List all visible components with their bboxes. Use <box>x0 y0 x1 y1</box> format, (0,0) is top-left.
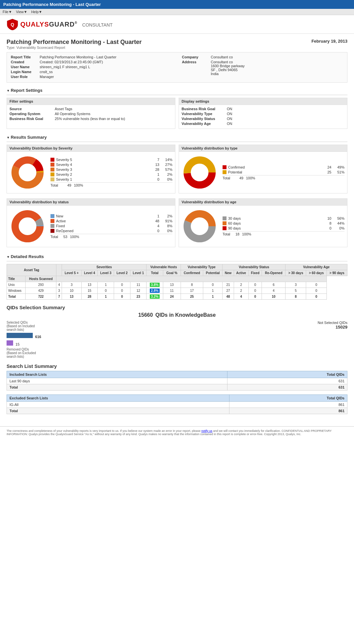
status-chart-inner: New12% Active4891% Fixed48% ReOpened00% … <box>10 208 172 244</box>
th-l4: Level 4 <box>81 270 98 276</box>
th-confirmed: Confirmed <box>181 270 203 276</box>
menu-help[interactable]: Help▼ <box>31 10 42 14</box>
age-donut-svg <box>182 208 218 244</box>
filter-settings-panel: Filter settings SourceAsset Tags Operati… <box>7 98 175 129</box>
total-l2: 1 <box>98 294 114 300</box>
excluded-row-qids: 861 <box>229 402 347 408</box>
severity2-label: Severity 2 <box>56 172 151 176</box>
search-list-title: Search List Summary <box>7 363 347 369</box>
status-donut <box>10 208 46 244</box>
row-unix-new: 0 <box>203 282 223 288</box>
filter-settings-title: Filter settings <box>7 98 175 105</box>
age60-pct: 44% <box>333 221 344 225</box>
meta-label-report-title: Report Title <box>11 55 37 59</box>
settings-container: Filter settings SourceAsset Tags Operati… <box>7 98 347 129</box>
display-biz-risk-label: Business Risk Goal <box>182 107 224 111</box>
included-total-value: 631 <box>227 384 347 391</box>
display-biz-risk-value: ON <box>227 107 232 111</box>
meta-value-report-title: Patching Performance Monitoring - Last Q… <box>40 55 116 59</box>
th-reopened: Re-Opened <box>262 270 285 276</box>
status-total: Total53100% <box>50 234 172 239</box>
menu-view[interactable]: View▼ <box>16 10 28 14</box>
menu-bar: File▼ View▼ Help▼ <box>0 9 354 15</box>
row-unix-active: 21 <box>223 282 234 288</box>
new-pct: 2% <box>161 214 172 218</box>
type-legend: Confirmed2449% Potential2551% Total49100… <box>223 165 344 180</box>
th-asset-tag: Asset Tag <box>7 264 56 276</box>
severity-total: Total49100% <box>50 182 172 187</box>
svg-point-8 <box>191 164 208 181</box>
main-content: Patching Performance Monitoring - Last Q… <box>0 34 354 423</box>
included-total-qids-header: Total QIDs <box>227 371 347 378</box>
active-label: Active <box>56 219 151 223</box>
display-vuln-age-label: Vulnerability Age <box>182 122 224 126</box>
excluded-row-name: IG-All <box>7 402 229 408</box>
row-windows-title: Windows <box>7 288 26 294</box>
type-donut <box>182 154 218 191</box>
windows-goal-badge: 2.8% <box>150 289 160 293</box>
row-unix-gt60: 3 <box>285 282 306 288</box>
title-bar-text: Patching Performance Monitoring - Last Q… <box>3 2 101 7</box>
type-chart-inner: Confirmed2449% Potential2551% Total49100… <box>182 154 344 191</box>
total-active: 48 <box>223 294 234 300</box>
active-color <box>50 219 54 223</box>
row-unix-l4: 3 <box>62 282 82 288</box>
th-vuln-hosts: Vulnerable Hosts <box>147 264 181 270</box>
footer-notify-link[interactable]: notify us <box>201 429 212 433</box>
th-vuln-status: Vulnerability Status <box>223 264 285 270</box>
th-goal: Goal % <box>163 270 181 276</box>
qids-title: QIDs Selection Summary <box>7 305 347 310</box>
severity3-count: 28 <box>153 168 159 171</box>
detailed-results-title: Detailed Results <box>11 254 44 259</box>
removed-bar <box>7 340 13 346</box>
excluded-total-value: 861 <box>229 408 347 414</box>
total-gt90: 0 <box>306 294 327 300</box>
type-chart-title: Vulnerability distribution by type <box>179 145 347 152</box>
fixed-count: 4 <box>153 224 159 228</box>
row-windows-confirmed: 11 <box>163 288 181 294</box>
row-unix-gt30: 6 <box>262 282 285 288</box>
total-fixed: 4 <box>234 294 248 300</box>
active-pct: 91% <box>161 219 172 223</box>
qids-bar-section: Selected QIDs(Based on Includedsearch li… <box>7 321 347 358</box>
severity2-color <box>50 172 54 176</box>
logo-consultant: CONSULTANT <box>82 22 113 28</box>
severity5-pct: 14% <box>161 158 172 162</box>
severity3-pct: 57% <box>161 168 172 171</box>
report-settings-header[interactable]: Report Settings <box>7 86 347 95</box>
severity-legend: Severity 5714% Severity 41327% Severity … <box>50 158 172 187</box>
reopened-pct: 0% <box>161 229 172 233</box>
menu-file[interactable]: File▼ <box>3 10 12 14</box>
list-item: IG-All 861 <box>7 402 347 408</box>
th-gt30: > 30 days <box>285 270 306 276</box>
age-legend: 30 days1056% 60 days844% 90 days00% Tota… <box>223 216 344 236</box>
row-windows-gt60: 5 <box>285 288 306 294</box>
severity4-count: 13 <box>153 163 159 167</box>
age30-pct: 56% <box>333 216 344 220</box>
age-total-count: 18 <box>235 232 239 236</box>
results-summary-header[interactable]: Results Summary <box>7 133 347 142</box>
total-l1: 0 <box>114 294 130 300</box>
row-windows-gt90: 0 <box>306 288 327 294</box>
new-count: 1 <box>153 214 159 218</box>
potential-label: Potential <box>228 170 323 174</box>
display-settings-panel: Display settings Business Risk GoalON Vu… <box>179 98 347 129</box>
total-gt60: 8 <box>285 294 306 300</box>
row-windows-l4: 10 <box>62 288 82 294</box>
row-windows-gt30: 4 <box>262 288 285 294</box>
type-donut-svg <box>182 154 218 191</box>
row-windows-hosts: 429 <box>26 288 56 294</box>
report-date: February 19, 2013 <box>311 39 347 44</box>
type-total-pct: 100% <box>246 176 255 180</box>
qids-total-count: 15660 <box>138 312 153 318</box>
th-fixed: Fixed <box>248 270 262 276</box>
severity2-pct: 2% <box>161 172 172 176</box>
reopened-label: ReOpened <box>56 229 151 233</box>
age60-color <box>223 221 226 225</box>
detailed-results-header[interactable]: Detailed Results <box>7 252 347 261</box>
severity-chart-inner: Severity 5714% Severity 41327% Severity … <box>10 154 172 191</box>
meta-value-loginname: cnslt_ss <box>40 70 53 74</box>
row-windows-potential: 17 <box>181 288 203 294</box>
meta-value-company: Consultant co <box>211 55 233 59</box>
row-windows-l2: 0 <box>98 288 114 294</box>
